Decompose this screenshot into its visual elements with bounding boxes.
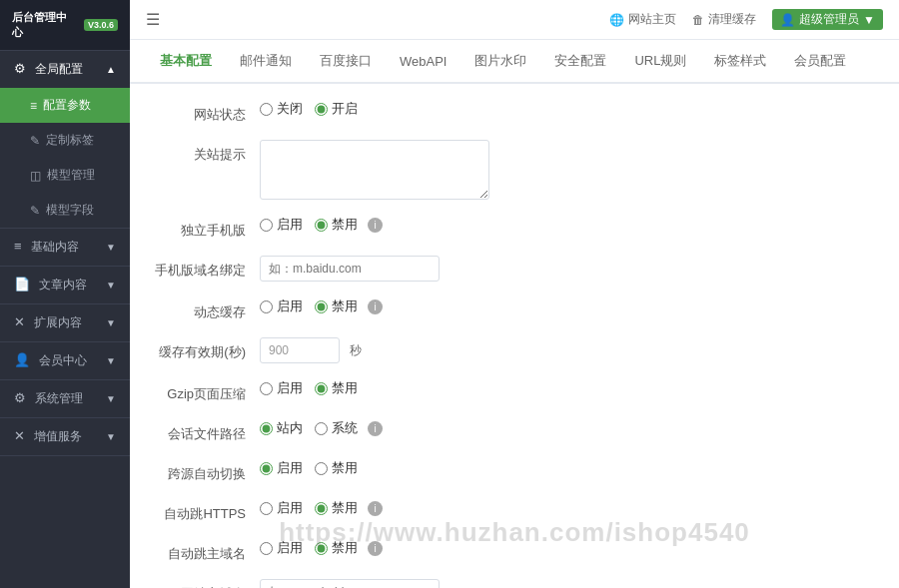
tab-tupian-label: 图片水印 — [474, 53, 526, 68]
main-content: ☰ 🌐 网站主页 🗑 清理缓存 👤 超级管理员 ▼ — [130, 0, 899, 588]
info-icon-https[interactable]: i — [368, 501, 383, 516]
info-icon-duli[interactable]: i — [368, 218, 383, 233]
form-row-dongtai-huancun: 动态缓存 启用 禁用 i — [150, 297, 879, 321]
radio-zhuyuming-jinyong[interactable]: 禁用 — [315, 539, 358, 557]
menu-item-label-peizhi: 配置参数 — [43, 97, 91, 114]
tab-tupian[interactable]: 图片水印 — [460, 40, 540, 84]
user-badge[interactable]: 👤 超级管理员 ▼ — [772, 9, 883, 30]
menu-group-label-kuozhan: 扩展内容 — [34, 315, 82, 329]
menu-group-quanju: ⚙ 全局配置 ▲ ≡ 配置参数 ✎ 定制标签 ◫ 模型管理 — [0, 51, 130, 229]
input-shouji-yuming[interactable] — [260, 256, 440, 282]
menu-item-icon-peizhi: ≡ — [30, 99, 37, 113]
radio-dongtai-qiyong[interactable]: 启用 — [260, 297, 303, 315]
control-fujian-lujing: 站内 系统 i — [260, 419, 879, 437]
radio-group-wangzhan: 关闭 开启 — [260, 100, 358, 118]
radio-dongtai-jinyong-label: 禁用 — [332, 297, 358, 315]
input-wangzhan-yuming[interactable] — [260, 579, 440, 588]
menu-item-label-zidingyi: 定制标签 — [46, 132, 94, 149]
radio-zhuyuming-qiyong[interactable]: 启用 — [260, 539, 303, 557]
radio-duli-qiyong[interactable]: 启用 — [260, 216, 303, 234]
sidebar-menu: ⚙ 全局配置 ▲ ≡ 配置参数 ✎ 定制标签 ◫ 模型管理 — [0, 51, 130, 588]
tab-youjian[interactable]: 邮件通知 — [226, 40, 306, 84]
menu-group-header-quanju[interactable]: ⚙ 全局配置 ▲ — [0, 51, 130, 88]
sidebar-item-moxing-ziduan[interactable]: ✎ 模型字段 — [0, 193, 130, 228]
radio-kuayuan-jinyong[interactable]: 禁用 — [315, 459, 358, 477]
menu-item-icon-zidingyi: ✎ — [30, 134, 40, 148]
menu-group-header-kuozhan[interactable]: ✕ 扩展内容 ▼ — [0, 304, 130, 341]
menu-group-label-xitong: 系统管理 — [35, 391, 83, 405]
arrow-wenzhang: ▼ — [106, 280, 116, 291]
cache-link[interactable]: 🗑 清理缓存 — [692, 11, 756, 28]
topbar-right: 🌐 网站主页 🗑 清理缓存 👤 超级管理员 ▼ — [609, 9, 883, 30]
radio-https-jinyong-label: 禁用 — [332, 499, 358, 517]
radio-group-duli: 启用 禁用 — [260, 216, 358, 234]
textarea-guanbi-tishi[interactable] — [260, 140, 489, 200]
label-wangzhan-zhuangtai: 网站状态 — [150, 100, 260, 124]
info-icon-dongtai[interactable]: i — [368, 299, 383, 314]
sidebar-item-zidingyi-biaoqian[interactable]: ✎ 定制标签 — [0, 123, 130, 158]
menu-group-kuozhan: ✕ 扩展内容 ▼ — [0, 304, 130, 342]
menu-group-header-wenzhang[interactable]: 📄 文章内容 ▼ — [0, 267, 130, 303]
info-icon-lujing[interactable]: i — [368, 421, 383, 436]
menu-group-jichu: ≡ 基础内容 ▼ — [0, 229, 130, 267]
control-wangzhan-yuming — [260, 579, 879, 588]
label-kuayuan: 跨源自动切换 — [150, 459, 260, 483]
label-shouji-yuming: 手机版域名绑定 — [150, 256, 260, 280]
tab-biaoqian[interactable]: 标签样式 — [700, 40, 780, 84]
form-row-huancun-youxiaoqi: 缓存有效期(秒) 秒 — [150, 337, 879, 363]
sidebar-item-peizhi-canshu[interactable]: ≡ 配置参数 — [0, 88, 130, 123]
tab-anquan[interactable]: 安全配置 — [540, 40, 620, 84]
radio-kaiq-label: 开启 — [332, 100, 358, 118]
menu-item-icon-moxing: ◫ — [30, 169, 41, 183]
radio-kaiq[interactable]: 开启 — [315, 100, 358, 118]
form-row-kuayuan: 跨源自动切换 启用 禁用 — [150, 459, 879, 483]
sidebar-item-moxing-guanli[interactable]: ◫ 模型管理 — [0, 158, 130, 193]
radio-gzip-qiyong[interactable]: 启用 — [260, 379, 303, 397]
radio-guanbi[interactable]: 关闭 — [260, 100, 303, 118]
form-row-gzip: Gzip页面压缩 启用 禁用 — [150, 379, 879, 403]
control-duli-shouji: 启用 禁用 i — [260, 216, 879, 234]
radio-duli-jinyong[interactable]: 禁用 — [315, 216, 358, 234]
tab-huiyuan[interactable]: 会员配置 — [780, 40, 860, 84]
radio-group-lujing: 站内 系统 — [260, 419, 358, 437]
radio-gzip-jinyong-label: 禁用 — [332, 379, 358, 397]
radio-https-jinyong[interactable]: 禁用 — [315, 499, 358, 517]
arrow-huiyuan: ▼ — [106, 355, 116, 366]
unit-miao: 秒 — [350, 342, 362, 359]
menu-group-header-zenzhifw[interactable]: ✕ 增值服务 ▼ — [0, 418, 130, 455]
radio-lujing-xitong[interactable]: 系统 — [315, 419, 358, 437]
radio-https-qiyong[interactable]: 启用 — [260, 499, 303, 517]
menu-group-label-jichu: 基础内容 — [31, 240, 79, 254]
tab-webapi[interactable]: WebAPI — [386, 42, 460, 83]
home-link[interactable]: 🌐 网站主页 — [609, 11, 676, 28]
wenzhang-icon: 📄 — [14, 277, 30, 292]
menu-toggle-icon[interactable]: ☰ — [146, 10, 160, 29]
radio-zhuyuming-qiyong-label: 启用 — [277, 539, 303, 557]
tab-baidu[interactable]: 百度接口 — [306, 40, 386, 84]
menu-item-label-moxing: 模型管理 — [47, 167, 95, 184]
radio-gzip-jinyong[interactable]: 禁用 — [315, 379, 358, 397]
tab-webapi-label: WebAPI — [400, 54, 447, 69]
menu-group-huiyuan: 👤 会员中心 ▼ — [0, 342, 130, 380]
tab-jiben-label: 基本配置 — [160, 53, 212, 68]
radio-dongtai-jinyong[interactable]: 禁用 — [315, 297, 358, 315]
radio-group-zhuyuming: 启用 禁用 — [260, 539, 358, 557]
input-huancun-youxiaoqi[interactable] — [260, 337, 340, 363]
cache-icon: 🗑 — [692, 13, 704, 27]
arrow-xitong: ▼ — [106, 393, 116, 404]
radio-group-https: 启用 禁用 — [260, 499, 358, 517]
control-guanbi-tishi — [260, 140, 879, 200]
sidebar-logo: 后台管理中心 V3.0.6 — [0, 0, 130, 51]
menu-group-header-huiyuan[interactable]: 👤 会员中心 ▼ — [0, 342, 130, 379]
user-dropdown-icon: ▼ — [863, 13, 875, 27]
tab-url[interactable]: URL规则 — [620, 40, 700, 84]
info-icon-zhuyuming[interactable]: i — [368, 541, 383, 556]
radio-kuayuan-qiyong[interactable]: 启用 — [260, 459, 303, 477]
radio-lujing-zhannei[interactable]: 站内 — [260, 419, 303, 437]
form-row-shouji-yuming: 手机版域名绑定 — [150, 256, 879, 282]
menu-group-header-jichu[interactable]: ≡ 基础内容 ▼ — [0, 229, 130, 266]
tab-jiben[interactable]: 基本配置 — [146, 40, 226, 84]
menu-group-header-xitong[interactable]: ⚙ 系统管理 ▼ — [0, 380, 130, 417]
form-row-wangzhan-yuming: 网站主域名 — [150, 579, 879, 588]
control-dongtai-huancun: 启用 禁用 i — [260, 297, 879, 315]
